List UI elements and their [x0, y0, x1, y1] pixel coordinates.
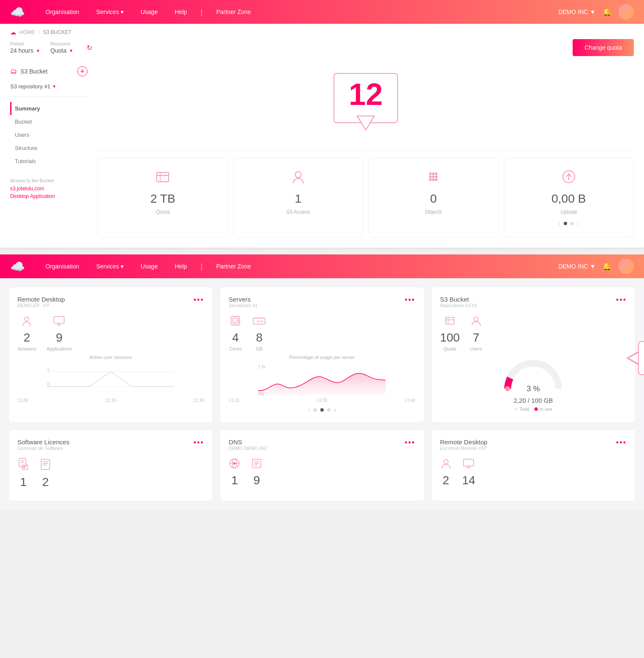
dashboard-row2: Software Licences Licencias de Software …: [8, 429, 636, 501]
callout12-area: 12: [98, 63, 634, 130]
sidebar-access: Access to the Bucket s3.jotelulu.com Des…: [10, 178, 88, 199]
srv-gb-value: 8: [256, 331, 263, 345]
quota-label: Quota: [156, 209, 170, 215]
org2-selector[interactable]: DEMO INC ▼: [558, 263, 596, 270]
divider: [98, 150, 634, 151]
svg-point-6: [435, 172, 438, 175]
gauge-percent: 3 %: [527, 384, 540, 393]
dot1: [564, 222, 567, 225]
stat-card-objects: 0 Objects: [368, 158, 499, 237]
rd-axis-0: 11:00: [17, 398, 28, 403]
nav-services[interactable]: Services ▾: [93, 7, 127, 17]
breadcrumb-home[interactable]: HOME: [20, 29, 35, 35]
svg-point-5: [432, 172, 435, 175]
bell-icon[interactable]: 🔔: [602, 7, 612, 17]
callout13: 13: [638, 341, 644, 375]
card-dns-menu[interactable]: •••: [405, 438, 415, 447]
srv-dot1: [314, 408, 317, 412]
panel1-body: ☁ HOME / S3 BUCKET Period 24 hours ▼ Res…: [0, 24, 644, 248]
nav2-organisation[interactable]: Organisation: [42, 261, 82, 271]
card-rd2-header: Remote Desktop Escritorio Remoto #1P •••: [440, 438, 627, 451]
rd-chart-axis: 11:00 11:15 11:30: [17, 398, 204, 403]
card-dns-title-group: DNS DEMO DEMO INC: [229, 438, 267, 451]
card-dns-title: DNS: [229, 438, 267, 446]
repo-selector[interactable]: S3 repository #1 ▼: [10, 80, 88, 97]
card-s3-menu[interactable]: •••: [616, 296, 627, 305]
callout13-arrow-inner: [629, 353, 638, 363]
nav-divider: |: [201, 8, 203, 17]
period-select[interactable]: 24 hours ▼: [10, 47, 40, 54]
upload-pagination: ‹ ›: [558, 220, 579, 227]
rd-apps-label: Applications: [47, 346, 72, 351]
gauge-legend: Total In use: [440, 407, 627, 412]
srv-axis-1: 11:30: [316, 398, 327, 403]
repo-arrow-icon: ▼: [52, 84, 56, 89]
svg-text:1 %: 1 %: [258, 364, 266, 369]
prev-arrow-icon[interactable]: ‹: [558, 220, 560, 227]
card-rd2-menu[interactable]: •••: [616, 438, 627, 447]
svg-point-14: [25, 317, 29, 321]
change-quota-button[interactable]: Change quota: [573, 39, 634, 56]
service-header: 🗂 S3 Bucket +: [10, 63, 88, 80]
access-link-desktop[interactable]: Desktop Application: [10, 193, 88, 199]
card-rd-menu[interactable]: •••: [193, 296, 204, 305]
svg-point-55: [233, 462, 236, 465]
period-arrow-icon: ▼: [36, 48, 40, 53]
s3-quota-label: Quota: [443, 346, 456, 351]
nav2-usage[interactable]: Usage: [137, 261, 161, 271]
stat-card-upload: 0,00 B Upload ‹ ›: [504, 158, 634, 237]
svg-point-9: [435, 175, 438, 178]
card-sw-title: Software Licences: [17, 438, 70, 446]
dns-stat-2: 9: [251, 457, 263, 487]
nav-help[interactable]: Help: [171, 7, 190, 17]
nav2-help[interactable]: Help: [171, 261, 190, 271]
rd-chart-label: Active user sessions: [17, 355, 204, 360]
content-area: 12: [98, 63, 634, 237]
nav-partner[interactable]: Partner Zone: [213, 7, 254, 17]
callout12-box: 12: [333, 73, 398, 123]
card-s3-stats: 100 Quota 7 Users: [440, 315, 627, 351]
card-srv-subtitle: Servidores #1: [229, 303, 257, 308]
resource-select[interactable]: Quota ▼: [50, 47, 73, 54]
rd-chart: 1 0: [17, 363, 204, 397]
sidebar-item-users[interactable]: Users: [10, 128, 88, 141]
nav-usage[interactable]: Usage: [137, 7, 161, 17]
srv-prev-icon[interactable]: ‹: [308, 406, 310, 414]
avatar2[interactable]: [619, 259, 634, 274]
card-s3-title: S3 Bucket: [440, 296, 477, 303]
objects-icon: [425, 168, 442, 189]
sw-stat-1: ₽ 1: [17, 457, 29, 489]
card-sw-menu[interactable]: •••: [193, 438, 204, 447]
svg-rect-61: [463, 459, 474, 466]
sidebar-item-tutorials[interactable]: Tutorials: [10, 155, 88, 168]
org-selector[interactable]: DEMO INC ▼: [558, 8, 596, 15]
svg-point-11: [432, 178, 435, 181]
nav2-divider: |: [201, 262, 203, 271]
card-srv-menu[interactable]: •••: [405, 296, 415, 305]
bell2-icon[interactable]: 🔔: [602, 262, 612, 271]
repo-name: S3 repository #1: [10, 83, 51, 90]
srv-next-icon[interactable]: ›: [334, 406, 336, 414]
sidebar-item-bucket[interactable]: Bucket: [10, 115, 88, 128]
sidebar-item-structure[interactable]: Structure: [10, 141, 88, 155]
add-service-button[interactable]: +: [77, 66, 88, 76]
svg-point-10: [429, 178, 432, 181]
next-arrow-icon[interactable]: ›: [577, 220, 579, 227]
dot2: [571, 222, 574, 225]
access-link-s3[interactable]: s3.jotelulu.com: [10, 186, 88, 192]
rd-apps-value: 9: [56, 331, 63, 345]
navbar2: ☁️ Organisation Services ▾ Usage Help | …: [0, 254, 644, 278]
s3-stat-quota: 100 Quota: [440, 315, 460, 351]
resource-value: Quota: [50, 47, 66, 54]
panel1-wrapper: ☁️ Organisation Services ▾ Usage Help | …: [0, 0, 644, 248]
card-sw-header: Software Licences Licencias de Software …: [17, 438, 204, 451]
refresh-icon[interactable]: ↻: [87, 44, 92, 52]
nav2-partner[interactable]: Partner Zone: [213, 261, 254, 271]
sidebar-item-summary[interactable]: Summary: [10, 102, 88, 115]
nav2-services[interactable]: Services ▾: [93, 261, 127, 271]
card-srv-stats: CPU 4 Cores: [229, 315, 415, 351]
card-rd-title: Remote Desktop: [17, 296, 65, 303]
org2-name: DEMO INC: [558, 263, 588, 270]
avatar[interactable]: [619, 4, 634, 20]
nav-organisation[interactable]: Organisation: [42, 7, 82, 17]
